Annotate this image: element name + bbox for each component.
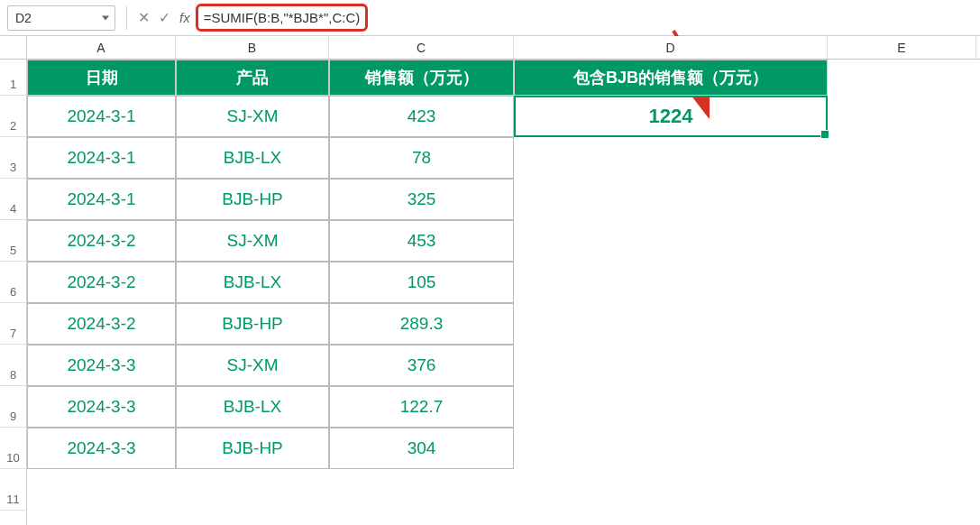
column-headers: A B C D E — [27, 36, 980, 60]
cell-product[interactable]: BJB-LX — [176, 262, 329, 303]
content-area: A B C D E 日期 产品 销售额（万元） 包含BJB的销售额（万元） 20… — [27, 36, 980, 525]
cell-product[interactable]: BJB-LX — [176, 137, 329, 179]
empty-cell[interactable] — [514, 345, 828, 386]
cell-date[interactable]: 2024-3-2 — [27, 220, 176, 262]
data-table: 日期 产品 销售额（万元） 包含BJB的销售额（万元） 2024-3-1 SJ-… — [27, 60, 980, 511]
empty-cell[interactable] — [514, 137, 828, 179]
table-row: 2024-3-2 BJB-HP 289.3 — [27, 303, 980, 345]
fx-icon[interactable]: fx — [179, 10, 190, 25]
table-row: 2024-3-1 BJB-LX 78 — [27, 137, 980, 179]
row-header[interactable]: 9 — [0, 386, 26, 428]
row-header[interactable]: 3 — [0, 137, 26, 179]
table-header-row: 日期 产品 销售额（万元） 包含BJB的销售额（万元） — [27, 60, 980, 96]
table-row: 2024-3-2 SJ-XM 453 — [27, 220, 980, 262]
cell-sales[interactable]: 453 — [329, 220, 514, 262]
cell-product[interactable]: SJ-XM — [176, 345, 329, 386]
cell-sales[interactable]: 289.3 — [329, 303, 514, 345]
row-header[interactable]: 11 — [0, 469, 26, 511]
cell-date[interactable]: 2024-3-1 — [27, 96, 176, 137]
cell-reference-value: D2 — [15, 11, 32, 25]
row-header[interactable]: 1 — [0, 60, 26, 96]
row-header[interactable]: 10 — [0, 428, 26, 469]
cell-date[interactable]: 2024-3-1 — [27, 179, 176, 220]
table-row: 2024-3-2 BJB-LX 105 — [27, 262, 980, 303]
cell-product[interactable]: SJ-XM — [176, 96, 329, 137]
cell-sales[interactable]: 325 — [329, 179, 514, 220]
row-header[interactable]: 4 — [0, 179, 26, 220]
row-header[interactable]: 8 — [0, 345, 26, 386]
cell-product[interactable]: BJB-HP — [176, 303, 329, 345]
cell-reference-box[interactable]: D2 — [7, 5, 115, 31]
divider — [126, 6, 127, 30]
cancel-icon[interactable]: ✕ — [138, 9, 150, 26]
cell-date[interactable]: 2024-3-3 — [27, 345, 176, 386]
formula-icons: ✕ ✓ fx — [138, 9, 196, 26]
result-cell[interactable]: 1224 — [514, 96, 828, 137]
table-row: 2024-3-3 BJB-HP 304 — [27, 428, 980, 469]
header-cell-sales[interactable]: 销售额（万元） — [329, 60, 514, 96]
row-header[interactable]: 2 — [0, 96, 26, 137]
column-header[interactable]: D — [514, 36, 828, 59]
cell-date[interactable]: 2024-3-3 — [27, 428, 176, 469]
cell-product[interactable]: BJB-HP — [176, 428, 329, 469]
cell-date[interactable]: 2024-3-2 — [27, 262, 176, 303]
empty-cell[interactable] — [514, 303, 828, 345]
table-row: 2024-3-1 BJB-HP 325 — [27, 179, 980, 220]
cell-sales[interactable]: 304 — [329, 428, 514, 469]
empty-cell[interactable] — [514, 262, 828, 303]
table-row: 2024-3-3 SJ-XM 376 — [27, 345, 980, 386]
row-headers: 1 2 3 4 5 6 7 8 9 10 11 — [0, 36, 27, 525]
empty-cell[interactable] — [514, 220, 828, 262]
formula-input[interactable]: =SUMIF(B:B,"*BJB*",C:C) — [196, 4, 369, 32]
cell-product[interactable]: SJ-XM — [176, 220, 329, 262]
column-header[interactable]: B — [176, 36, 329, 59]
formula-bar: D2 ✕ ✓ fx =SUMIF(B:B,"*BJB*",C:C) — [0, 0, 980, 36]
cell-product[interactable]: BJB-LX — [176, 386, 329, 428]
column-header[interactable]: C — [329, 36, 514, 59]
column-header[interactable]: E — [828, 36, 976, 59]
row-header[interactable]: 5 — [0, 220, 26, 262]
header-cell-product[interactable]: 产品 — [176, 60, 329, 96]
column-header[interactable]: A — [27, 36, 176, 59]
cell-sales[interactable]: 78 — [329, 137, 514, 179]
empty-cell[interactable] — [514, 179, 828, 220]
row-header[interactable]: 6 — [0, 262, 26, 303]
corner-cell[interactable] — [0, 36, 26, 60]
table-row: 2024-3-3 BJB-LX 122.7 — [27, 386, 980, 428]
cell-sales[interactable]: 105 — [329, 262, 514, 303]
row-header[interactable]: 7 — [0, 303, 26, 345]
empty-cell[interactable] — [514, 428, 828, 469]
cell-sales[interactable]: 376 — [329, 345, 514, 386]
header-cell-date[interactable]: 日期 — [27, 60, 176, 96]
cell-date[interactable]: 2024-3-3 — [27, 386, 176, 428]
cell-sales[interactable]: 423 — [329, 96, 514, 137]
table-row: 2024-3-1 SJ-XM 423 1224 — [27, 96, 980, 137]
header-cell-result[interactable]: 包含BJB的销售额（万元） — [514, 60, 828, 96]
cell-date[interactable]: 2024-3-1 — [27, 137, 176, 179]
formula-input-wrap: =SUMIF(B:B,"*BJB*",C:C) — [196, 4, 973, 32]
spreadsheet-grid: 1 2 3 4 5 6 7 8 9 10 11 A B C D E 日期 产品 … — [0, 36, 980, 525]
cell-sales[interactable]: 122.7 — [329, 386, 514, 428]
empty-row — [27, 469, 980, 511]
confirm-icon[interactable]: ✓ — [159, 9, 170, 26]
cell-date[interactable]: 2024-3-2 — [27, 303, 176, 345]
cell-product[interactable]: BJB-HP — [176, 179, 329, 220]
empty-cell[interactable] — [514, 386, 828, 428]
